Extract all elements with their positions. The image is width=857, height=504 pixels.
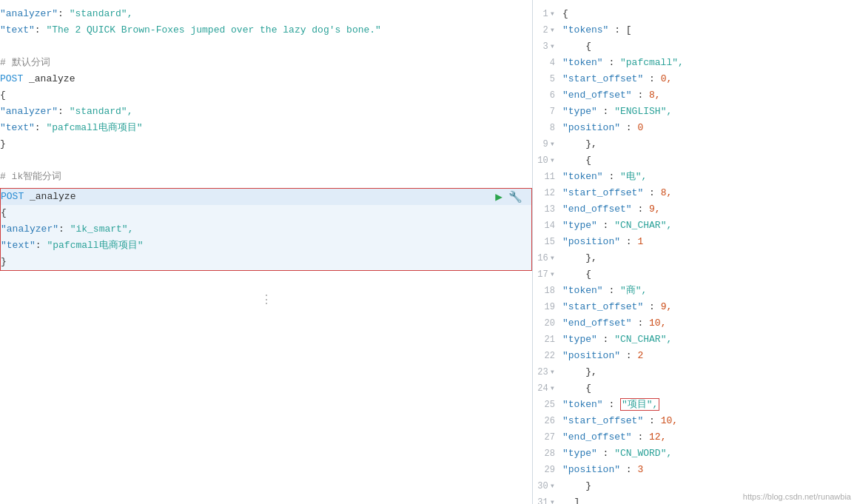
line-number: 25 — [533, 397, 562, 412]
code-line: } — [0, 136, 532, 152]
line-number: 28 — [533, 446, 562, 461]
line-number: 11 — [533, 169, 562, 184]
line-content: "end_offset" : 10, — [562, 316, 857, 331]
code-line: 28"type" : "CN_WORD", — [533, 446, 857, 462]
line-content: "type" : "CN_WORD", — [562, 446, 857, 461]
line-content: }, — [562, 251, 857, 266]
code-line: 26"start_offset" : 10, — [533, 413, 857, 429]
line-number: 12 — [533, 186, 562, 201]
code-line: "analyzer": "standard", — [0, 6, 532, 22]
code-line: 10 { — [533, 152, 857, 169]
code-line: 8"position" : 0 — [533, 120, 857, 136]
line-number: 22 — [533, 349, 562, 363]
line-content: { — [562, 153, 857, 168]
line-content — [0, 275, 532, 289]
watermark: https://blog.csdn.net/runawbia — [743, 492, 851, 501]
line-content: } — [562, 479, 857, 494]
code-line: # 默认分词 — [0, 55, 532, 71]
code-line: 20"end_offset" : 10, — [533, 315, 857, 332]
line-number: 7 — [533, 104, 562, 119]
left-editor-panel: "analyzer": "standard","text": "The 2 QU… — [0, 0, 533, 504]
line-number: 27 — [533, 430, 562, 445]
line-content: "end_offset" : 8, — [562, 88, 857, 103]
code-line: 11"token" : "电", — [533, 169, 857, 185]
code-line: POST _analyze — [0, 71, 532, 87]
line-content: "start_offset" : 8, — [562, 186, 857, 201]
action-icons: ▶🔧 — [495, 189, 531, 204]
code-line: "text": "The 2 QUICK Brown-Foxes jumped … — [0, 22, 532, 38]
line-number: 19 — [533, 300, 562, 315]
line-number: 3 — [533, 39, 562, 54]
code-line — [0, 38, 532, 55]
line-content: "end_offset" : 12, — [562, 430, 857, 445]
line-content: "analyzer": "standard", — [0, 104, 532, 119]
code-line: 29"position" : 3 — [533, 462, 857, 478]
line-content: # 默认分词 — [0, 56, 532, 70]
code-line: 1{ — [533, 6, 857, 22]
line-number: 6 — [533, 88, 562, 103]
line-number: 2 — [533, 23, 562, 38]
left-code-area: "analyzer": "standard","text": "The 2 QU… — [0, 0, 532, 317]
line-number: 26 — [533, 414, 562, 429]
line-content: } — [0, 137, 532, 152]
code-line: "text": "pafcmall电商项目" — [0, 120, 532, 136]
line-content: "type" : "ENGLISH", — [562, 104, 857, 119]
line-content: "end_offset" : 9, — [562, 202, 857, 217]
code-line: "analyzer": "standard", — [0, 104, 532, 120]
code-line: 18"token" : "商", — [533, 283, 857, 299]
code-line: 25"token" : "项目", — [533, 397, 857, 413]
line-content — [0, 153, 532, 168]
line-number: 9 — [533, 137, 562, 152]
line-content: { — [562, 267, 857, 282]
line-number: 14 — [533, 218, 562, 233]
line-content: "type" : "CN_CHAR", — [562, 218, 857, 233]
code-line: 19"start_offset" : 9, — [533, 299, 857, 315]
line-content: "analyzer": "ik_smart", — [1, 222, 531, 237]
line-number: 17 — [533, 267, 562, 282]
code-line: 3 { — [533, 38, 857, 55]
code-line: 12"start_offset" : 8, — [533, 185, 857, 201]
code-line: "text": "pafcmall电商项目" — [1, 238, 531, 254]
code-line: POST _analyze▶🔧 — [1, 189, 531, 205]
line-content: { — [562, 39, 857, 54]
code-line: 17 { — [533, 266, 857, 283]
code-line: # ik智能分词 — [0, 169, 532, 185]
section-separator: ⋮ — [0, 290, 532, 311]
line-number: 15 — [533, 235, 562, 249]
code-line: 6"end_offset" : 8, — [533, 87, 857, 104]
line-content: "token" : "项目", — [562, 397, 857, 412]
line-number: 16 — [533, 251, 562, 266]
wrench-icon[interactable]: 🔧 — [508, 190, 522, 204]
line-content: { — [0, 88, 532, 103]
code-line — [0, 274, 532, 290]
line-content: "token" : "商", — [562, 283, 857, 298]
code-line: 14"type" : "CN_CHAR", — [533, 218, 857, 234]
line-content: "position" : 2 — [562, 349, 857, 363]
line-number: 30 — [533, 479, 562, 494]
right-code-area: 1{2"tokens" : [3 {4"token" : "pafcmall",… — [533, 0, 857, 504]
code-line: { — [0, 87, 532, 104]
code-line: 9 }, — [533, 136, 857, 152]
highlighted-code-block: POST _analyze▶🔧{"analyzer": "ik_smart","… — [0, 188, 532, 271]
line-content: "text": "pafcmall电商项目" — [1, 238, 531, 253]
code-line: 23 }, — [533, 364, 857, 380]
line-number: 13 — [533, 202, 562, 217]
line-content — [0, 39, 532, 54]
line-content: # ik智能分词 — [0, 169, 532, 184]
line-number: 24 — [533, 381, 562, 396]
code-line: { — [1, 205, 531, 221]
line-content: POST _analyze — [0, 72, 532, 87]
line-content: "start_offset" : 10, — [562, 414, 857, 429]
code-line: "analyzer": "ik_smart", — [1, 221, 531, 238]
line-content: } — [1, 255, 531, 269]
line-number: 4 — [533, 56, 562, 70]
line-content: "position" : 1 — [562, 235, 857, 249]
code-line: 24 { — [533, 380, 857, 397]
line-content: "text": "pafcmall电商项目" — [0, 121, 532, 135]
run-button[interactable]: ▶ — [495, 189, 503, 204]
line-content: "start_offset" : 0, — [562, 72, 857, 87]
line-content: "token" : "电", — [562, 169, 857, 184]
code-line: 16 }, — [533, 250, 857, 266]
line-content: "start_offset" : 9, — [562, 300, 857, 315]
code-line: 2"tokens" : [ — [533, 22, 857, 38]
